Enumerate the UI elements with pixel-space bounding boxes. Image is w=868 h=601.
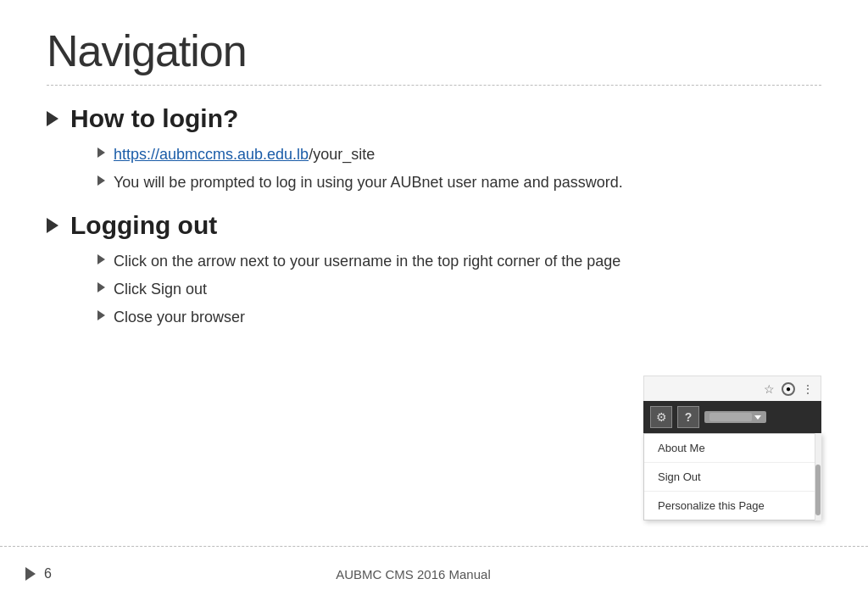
login-section: How to login? https://aubmccms.aub.edu.l… [47,104,821,194]
login-section-arrow-icon [47,111,58,126]
personalize-item: Personalize this Page [644,492,821,520]
scrollbar-thumb [815,465,821,515]
logout-section-title: Logging out [70,211,217,240]
account-icon: ● [782,382,795,396]
menu-icon: ⋮ [802,382,814,396]
gear-icon: ⚙ [650,406,672,428]
item-arrow-icon [97,310,105,320]
dropdown-container: About Me Sign Out Personalize this Page [643,433,821,520]
item-arrow-icon [97,282,105,292]
login-prompt-text: You will be prompted to log in using you… [114,171,623,194]
screenshot-area: ☆ ● ⋮ ⚙ ? About Me Sign Out Personalize … [643,376,821,520]
cms-toolbar: ⚙ ? [643,401,821,433]
logout-section-arrow-icon [47,218,58,233]
item-arrow-icon [97,254,105,264]
logout-browser-text: Close your browser [114,306,245,329]
about-me-item: About Me [644,434,821,463]
list-item: Click Sign out [97,278,821,301]
help-icon: ? [677,406,699,428]
list-item: Close your browser [97,306,821,329]
slide-content: Navigation How to login? https://aubmccm… [0,0,868,601]
footer-center: AUBMC CMS 2016 Manual [52,567,775,582]
sign-out-item: Sign Out [644,463,821,492]
footer-manual-title: AUBMC CMS 2016 Manual [336,567,491,582]
item-arrow-icon [97,147,105,158]
list-item: You will be prompted to log in using you… [97,171,821,194]
item-arrow-icon [97,175,105,186]
logout-section-header: Logging out [47,211,821,240]
user-dropdown: About Me Sign Out Personalize this Page [643,433,821,520]
footer-arrow-icon [25,567,36,581]
scrollbar [815,433,821,520]
login-items: https://aubmccms.aub.edu.lb/your_site Yo… [97,143,821,194]
account-icon-symbol: ● [786,384,791,393]
username-button [704,411,766,423]
logout-section: Logging out Click on the arrow next to y… [47,211,821,329]
login-section-header: How to login? [47,104,821,133]
star-icon: ☆ [764,382,775,396]
footer-left: 6 [25,566,52,582]
browser-bar: ☆ ● ⋮ [643,376,821,401]
slide-footer: 6 AUBMC CMS 2016 Manual [0,546,868,601]
page-number: 6 [44,566,52,582]
login-section-title: How to login? [70,104,238,133]
login-url-link[interactable]: https://aubmccms.aub.edu.lb [114,146,309,163]
title-divider [47,85,821,86]
login-url-item: https://aubmccms.aub.edu.lb/your_site [114,143,375,166]
list-item: https://aubmccms.aub.edu.lb/your_site [97,143,821,166]
username-label [709,413,752,421]
page-title: Navigation [47,25,821,76]
dropdown-arrow-icon [754,415,761,420]
logout-signout-text: Click Sign out [114,278,207,301]
logout-arrow-text: Click on the arrow next to your username… [114,250,620,273]
logout-items: Click on the arrow next to your username… [97,250,821,329]
slide: Navigation How to login? https://aubmccm… [0,0,868,601]
list-item: Click on the arrow next to your username… [97,250,821,273]
login-url-suffix: /your_site [309,146,375,163]
